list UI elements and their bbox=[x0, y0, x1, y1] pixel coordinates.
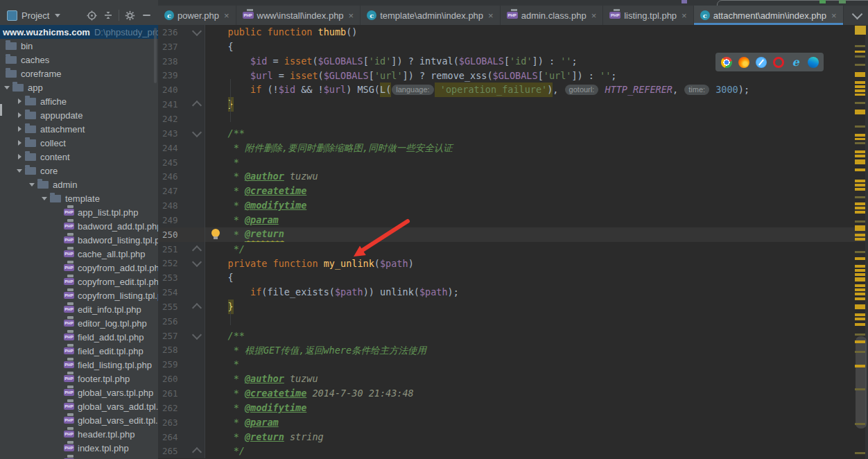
tree-item-badword_add.tpl.php[interactable]: PHPbadword_add.tpl.php bbox=[0, 219, 158, 233]
tree-item-admin[interactable]: admin bbox=[0, 177, 158, 191]
stripe-mark[interactable] bbox=[855, 297, 865, 300]
stripe-mark[interactable] bbox=[855, 55, 865, 58]
opera-icon[interactable] bbox=[773, 57, 784, 68]
stripe-mark[interactable] bbox=[855, 340, 865, 343]
tree-item-editor_log.tpl.php[interactable]: PHPeditor_log.tpl.php bbox=[0, 316, 158, 330]
tree-item-partial[interactable]: PHP bbox=[0, 455, 158, 459]
tree-item-global_vars_add.tpl.php[interactable]: PHPglobal_vars_add.tpl.php bbox=[0, 399, 158, 413]
stripe-mark[interactable] bbox=[855, 102, 865, 104]
tree-item-global_vars_edit.tpl.php[interactable]: PHPglobal_vars_edit.tpl.php bbox=[0, 413, 158, 427]
tree-item-template[interactable]: template bbox=[0, 191, 158, 205]
stripe-mark[interactable] bbox=[855, 94, 865, 96]
stripe-mark[interactable] bbox=[855, 196, 865, 198]
project-scrollbar-thumb[interactable] bbox=[154, 28, 157, 83]
stripe-mark[interactable] bbox=[855, 64, 865, 66]
tree-item-affiche[interactable]: affiche bbox=[0, 94, 158, 108]
tree-item-app[interactable]: app bbox=[0, 80, 158, 94]
stripe-mark[interactable] bbox=[855, 45, 865, 47]
tab-power.php[interactable]: cpower.php× bbox=[158, 6, 236, 25]
stripe-mark[interactable] bbox=[855, 184, 865, 187]
tree-item-header.tpl.php[interactable]: PHPheader.tpl.php bbox=[0, 427, 158, 441]
editor-scrollbar-thumb[interactable] bbox=[856, 336, 867, 428]
code-editor[interactable]: 236 public function thumb()237 {238 $id … bbox=[158, 25, 868, 459]
chevron-right-icon[interactable] bbox=[15, 154, 24, 159]
tab-admin.class.php[interactable]: PHPadmin.class.php× bbox=[501, 6, 604, 25]
fold-start-icon[interactable] bbox=[192, 26, 202, 36]
tree-item-coreframe[interactable]: coreframe bbox=[0, 67, 158, 80]
stripe-mark[interactable] bbox=[855, 188, 865, 191]
ie-icon[interactable]: e bbox=[790, 57, 801, 68]
tab-overflow-button[interactable] bbox=[847, 6, 868, 25]
chevron-right-icon[interactable] bbox=[15, 112, 24, 118]
tree-item-app_list.tpl.php[interactable]: PHPapp_list.tpl.php bbox=[0, 205, 158, 219]
tree-item-index.tpl.php[interactable]: PHPindex.tpl.php bbox=[0, 441, 158, 455]
fold-start-icon[interactable] bbox=[192, 128, 202, 137]
safari-icon[interactable] bbox=[756, 57, 767, 68]
stripe-mark[interactable] bbox=[855, 293, 865, 295]
stripe-mark[interactable] bbox=[855, 265, 865, 268]
stripe-mark[interactable] bbox=[855, 269, 865, 272]
stripe-mark[interactable] bbox=[855, 388, 865, 390]
stripe-mark[interactable] bbox=[855, 211, 865, 214]
stripe-mark[interactable] bbox=[855, 323, 865, 326]
tab-template-admin-index.php[interactable]: ctemplate\admin\index.php× bbox=[361, 6, 500, 25]
hide-panel-icon[interactable] bbox=[140, 9, 153, 21]
close-icon[interactable]: × bbox=[224, 10, 229, 21]
chevron-right-icon[interactable] bbox=[15, 126, 24, 132]
stripe-mark[interactable] bbox=[855, 234, 865, 236]
stripe-mark[interactable] bbox=[855, 125, 865, 128]
tree-item-core[interactable]: core bbox=[0, 164, 158, 177]
close-icon[interactable]: × bbox=[591, 10, 597, 21]
stripe-mark[interactable] bbox=[855, 277, 865, 282]
stripe-mark[interactable] bbox=[855, 318, 865, 320]
chevron-down-icon[interactable] bbox=[3, 86, 11, 89]
close-icon[interactable]: × bbox=[349, 10, 354, 21]
tree-item-collect[interactable]: collect bbox=[0, 136, 158, 150]
tree-item-copyfrom_listing.tpl.php[interactable]: PHPcopyfrom_listing.tpl.php bbox=[0, 288, 158, 302]
stripe-mark[interactable] bbox=[855, 334, 865, 336]
fold-end-icon[interactable] bbox=[192, 447, 202, 457]
stripe-mark[interactable] bbox=[855, 225, 865, 231]
tree-item-footer.tpl.php[interactable]: PHPfooter.tpl.php bbox=[0, 372, 158, 386]
tree-root[interactable]: www.wuzhicms.comD:\phpstudy_pro bbox=[0, 25, 158, 39]
stripe-mark[interactable] bbox=[855, 85, 865, 88]
tab-www-install-index.php[interactable]: PHPwww\install\index.php× bbox=[236, 6, 361, 25]
stripe-mark[interactable] bbox=[855, 365, 865, 367]
close-icon[interactable]: × bbox=[488, 10, 494, 21]
stripe-mark[interactable] bbox=[855, 452, 865, 454]
stripe-mark[interactable] bbox=[855, 304, 865, 309]
tree-item-field_listing.tpl.php[interactable]: PHPfield_listing.tpl.php bbox=[0, 358, 158, 372]
stripe-mark[interactable] bbox=[855, 81, 865, 84]
close-icon[interactable]: × bbox=[682, 10, 687, 21]
tab-listing.tpl.php[interactable]: PHPlisting.tpl.php× bbox=[603, 6, 693, 25]
chrome-icon[interactable] bbox=[721, 57, 732, 68]
tree-item-attachment[interactable]: attachment bbox=[0, 122, 158, 136]
stripe-mark[interactable] bbox=[855, 134, 865, 137]
stripe-mark[interactable] bbox=[855, 89, 865, 92]
firefox-icon[interactable] bbox=[738, 57, 749, 68]
fold-end-icon[interactable] bbox=[192, 101, 202, 110]
tree-item-copyfrom_add.tpl.php[interactable]: PHPcopyfrom_add.tpl.php bbox=[0, 261, 158, 275]
intention-bulb-icon[interactable] bbox=[211, 229, 220, 237]
stripe-mark[interactable] bbox=[855, 220, 865, 223]
tree-item-global_vars.tpl.php[interactable]: PHPglobal_vars.tpl.php bbox=[0, 386, 158, 399]
tree-item-copyfrom_edit.tpl.php[interactable]: PHPcopyfrom_edit.tpl.php bbox=[0, 275, 158, 288]
fold-end-icon[interactable] bbox=[192, 245, 202, 255]
stripe-mark[interactable] bbox=[855, 168, 865, 171]
stripe-mark[interactable] bbox=[855, 159, 865, 164]
stripe-mark[interactable] bbox=[855, 257, 865, 260]
stripe-mark[interactable] bbox=[855, 72, 865, 77]
stripe-mark[interactable] bbox=[855, 155, 865, 157]
tree-item-field_edit.tpl.php[interactable]: PHPfield_edit.tpl.php bbox=[0, 344, 158, 358]
fold-end-icon[interactable] bbox=[192, 303, 202, 313]
edge-icon[interactable] bbox=[808, 57, 819, 68]
tree-item-edit_info.tpl.php[interactable]: PHPedit_info.tpl.php bbox=[0, 302, 158, 316]
stripe-mark[interactable] bbox=[855, 110, 865, 114]
stripe-mark[interactable] bbox=[855, 284, 865, 287]
stripe-mark[interactable] bbox=[855, 313, 865, 316]
project-dropdown-icon[interactable] bbox=[55, 14, 60, 17]
chevron-down-icon[interactable] bbox=[15, 169, 24, 173]
tree-item-appupdate[interactable]: appupdate bbox=[0, 108, 158, 122]
stripe-mark[interactable] bbox=[855, 423, 865, 425]
fold-start-icon[interactable] bbox=[192, 257, 202, 267]
